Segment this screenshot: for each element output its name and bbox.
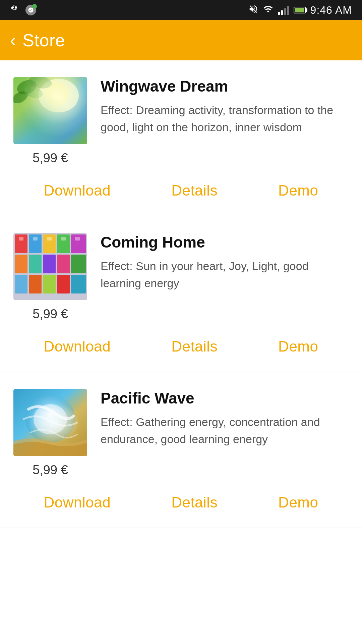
product-price-wingwave: 5,99 €: [33, 151, 68, 165]
wifi-icon: [263, 4, 273, 16]
status-bar: 9:46 AM: [0, 0, 362, 20]
product-image-pacific: [13, 389, 87, 456]
svg-point-32: [34, 404, 67, 434]
svg-rect-18: [57, 255, 70, 273]
product-item-pacific-wave: 5,99 € Pacific Wave Effect: Gathering en…: [0, 372, 362, 528]
product-info-pacific: Pacific Wave Effect: Gathering energy, c…: [101, 389, 349, 448]
demo-button-pacific[interactable]: Demo: [272, 491, 325, 514]
app-notification-icon: [25, 5, 36, 15]
product-description-pacific: Effect: Gathering energy, concentration …: [101, 414, 349, 448]
svg-point-31: [25, 396, 75, 443]
svg-rect-23: [57, 275, 70, 293]
product-price-pacific: 5,99 €: [33, 463, 68, 477]
product-actions-coming-home: Download Details Demo: [13, 335, 349, 358]
download-button-coming-home[interactable]: Download: [37, 335, 117, 358]
product-actions-wingwave: Download Details Demo: [13, 179, 349, 202]
status-bar-right: 9:46 AM: [248, 4, 352, 16]
svg-rect-15: [15, 255, 27, 273]
product-item-coming-home: 5,99 € Coming Home Effect: Sun in your h…: [0, 216, 362, 372]
svg-rect-16: [29, 255, 42, 273]
app-bar-title: Store: [22, 30, 65, 50]
product-info-coming-home: Coming Home Effect: Sun in your heart, J…: [101, 233, 349, 292]
svg-point-7: [23, 85, 44, 100]
battery-icon: [294, 7, 306, 13]
svg-rect-0: [13, 77, 87, 144]
svg-rect-21: [29, 275, 42, 293]
product-price-coming-home: 5,99 €: [33, 307, 68, 321]
back-button[interactable]: ‹: [10, 32, 16, 49]
demo-button-wingwave[interactable]: Demo: [272, 179, 325, 202]
product-image-wrap: 5,99 €: [13, 77, 87, 165]
details-button-wingwave[interactable]: Details: [165, 179, 224, 202]
status-time: 9:46 AM: [310, 4, 352, 16]
svg-rect-19: [71, 255, 86, 273]
product-title-wingwave: Wingwave Dream: [101, 77, 349, 96]
svg-point-6: [13, 89, 30, 106]
svg-point-4: [15, 77, 39, 97]
svg-rect-1: [13, 77, 87, 144]
svg-rect-22: [43, 275, 56, 293]
product-title-coming-home: Coming Home: [101, 233, 349, 252]
details-button-pacific[interactable]: Details: [165, 491, 224, 514]
product-top: 5,99 € Pacific Wave Effect: Gathering en…: [13, 389, 349, 477]
mute-icon: [248, 4, 258, 16]
product-image-wrap: 5,99 €: [13, 233, 87, 321]
download-button-pacific[interactable]: Download: [37, 491, 117, 514]
product-top: 5,99 € Wingwave Dream Effect: Dreaming a…: [13, 77, 349, 165]
product-info-wingwave: Wingwave Dream Effect: Dreaming activity…: [101, 77, 349, 136]
product-image-wingwave: [13, 77, 87, 144]
usb-icon: [10, 4, 19, 16]
signal-icon: [278, 5, 289, 15]
product-title-pacific: Pacific Wave: [101, 389, 349, 408]
download-button-wingwave[interactable]: Download: [37, 179, 117, 202]
svg-rect-20: [15, 275, 27, 293]
svg-rect-17: [43, 255, 56, 273]
app-bar: ‹ Store: [0, 20, 362, 60]
details-button-coming-home[interactable]: Details: [165, 335, 224, 358]
svg-rect-26: [33, 237, 38, 240]
status-bar-left: [10, 4, 36, 16]
svg-rect-25: [19, 237, 23, 240]
svg-point-5: [27, 77, 53, 90]
product-description-wingwave: Effect: Dreaming activity, transformatio…: [101, 102, 349, 136]
svg-rect-24: [71, 275, 86, 293]
demo-button-coming-home[interactable]: Demo: [272, 335, 325, 358]
product-top: 5,99 € Coming Home Effect: Sun in your h…: [13, 233, 349, 321]
svg-rect-29: [75, 237, 80, 240]
product-actions-pacific: Download Details Demo: [13, 491, 349, 514]
product-item-wingwave-dream: 5,99 € Wingwave Dream Effect: Dreaming a…: [0, 60, 362, 216]
svg-point-3: [45, 82, 69, 106]
svg-point-2: [39, 79, 79, 112]
product-list: 5,99 € Wingwave Dream Effect: Dreaming a…: [0, 60, 362, 528]
svg-rect-27: [47, 237, 52, 240]
svg-rect-8: [13, 77, 87, 144]
product-image-wrap: 5,99 €: [13, 389, 87, 477]
product-image-coming-home: [13, 233, 87, 300]
svg-rect-28: [61, 237, 66, 240]
product-description-coming-home: Effect: Sun in your heart, Joy, Light, g…: [101, 258, 349, 292]
